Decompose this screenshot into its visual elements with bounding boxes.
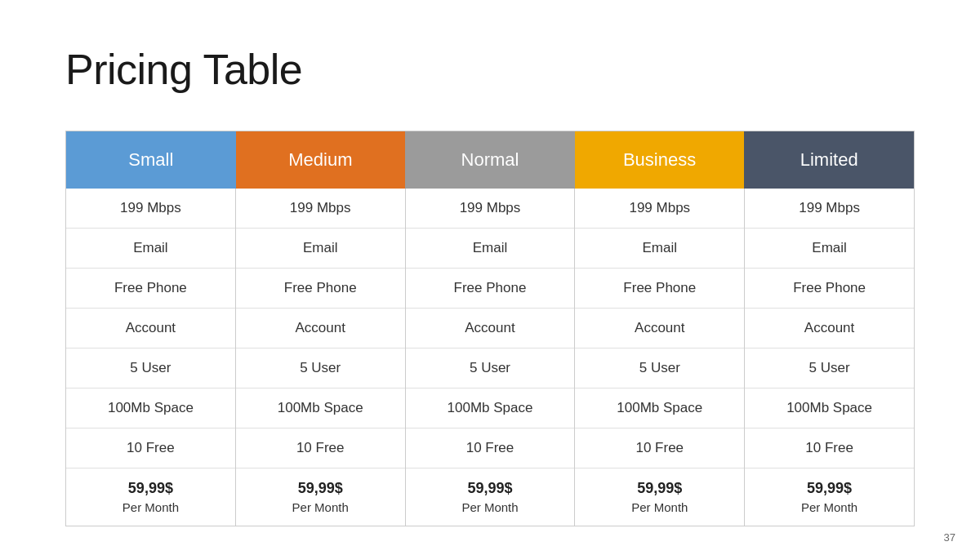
page-title: Pricing Table bbox=[65, 45, 302, 94]
table-cell: 5 User bbox=[406, 349, 575, 388]
table-cell: 199 Mbps bbox=[575, 189, 744, 229]
header-business: Business bbox=[575, 131, 745, 189]
column-business: 199 MbpsEmailFree PhoneAccount5 User100M… bbox=[575, 189, 745, 526]
table-cell: 100Mb Space bbox=[745, 388, 914, 428]
table-cell: Free Phone bbox=[66, 269, 235, 309]
price-value: 59,99$ bbox=[244, 480, 397, 499]
table-cell: Email bbox=[236, 229, 405, 269]
table-cell: 10 Free bbox=[236, 428, 405, 468]
per-month-label: Per Month bbox=[414, 499, 567, 514]
table-cell: 10 Free bbox=[575, 428, 744, 468]
column-limited: 199 MbpsEmailFree PhoneAccount5 User100M… bbox=[745, 189, 914, 526]
table-cell: Account bbox=[66, 309, 235, 349]
table-cell: Email bbox=[745, 229, 914, 269]
table-header: SmallMediumNormalBusinessLimited bbox=[66, 131, 914, 189]
table-cell: Account bbox=[575, 309, 744, 349]
price-wrapper-business: 59,99$Per Month bbox=[575, 468, 744, 526]
table-cell: Account bbox=[236, 309, 405, 349]
table-cell: 100Mb Space bbox=[575, 388, 744, 428]
table-cell: 5 User bbox=[745, 349, 914, 388]
per-month-label: Per Month bbox=[244, 499, 397, 514]
table-cell: Free Phone bbox=[575, 269, 744, 309]
table-cell: 10 Free bbox=[406, 428, 575, 468]
price-value: 59,99$ bbox=[74, 480, 227, 499]
table-cell: Account bbox=[745, 309, 914, 349]
table-cell: 5 User bbox=[66, 349, 235, 388]
column-normal: 199 MbpsEmailFree PhoneAccount5 User100M… bbox=[406, 189, 576, 526]
table-cell: Free Phone bbox=[745, 269, 914, 309]
column-medium: 199 MbpsEmailFree PhoneAccount5 User100M… bbox=[236, 189, 406, 526]
table-cell: 100Mb Space bbox=[66, 388, 235, 428]
table-cell: 10 Free bbox=[745, 428, 914, 468]
price-value: 59,99$ bbox=[753, 480, 906, 499]
table-body: 199 MbpsEmailFree PhoneAccount5 User100M… bbox=[66, 189, 914, 526]
table-cell: Email bbox=[406, 229, 575, 269]
pricing-table: SmallMediumNormalBusinessLimited 199 Mbp… bbox=[65, 131, 915, 526]
price-value: 59,99$ bbox=[583, 480, 736, 499]
table-cell: 10 Free bbox=[66, 428, 235, 468]
header-limited: Limited bbox=[744, 131, 914, 189]
price-wrapper-normal: 59,99$Per Month bbox=[406, 468, 575, 526]
price-wrapper-medium: 59,99$Per Month bbox=[236, 468, 405, 526]
header-medium: Medium bbox=[236, 131, 406, 189]
price-wrapper-small: 59,99$Per Month bbox=[66, 468, 235, 526]
header-normal: Normal bbox=[405, 131, 575, 189]
per-month-label: Per Month bbox=[753, 499, 906, 514]
per-month-label: Per Month bbox=[583, 499, 736, 514]
table-cell: Email bbox=[66, 229, 235, 269]
table-cell: Free Phone bbox=[236, 269, 405, 309]
table-cell: 199 Mbps bbox=[66, 189, 235, 229]
table-cell: 100Mb Space bbox=[236, 388, 405, 428]
table-cell: 5 User bbox=[236, 349, 405, 388]
table-cell: Account bbox=[406, 309, 575, 349]
header-small: Small bbox=[66, 131, 236, 189]
page-number: 37 bbox=[944, 531, 956, 544]
column-small: 199 MbpsEmailFree PhoneAccount5 User100M… bbox=[66, 189, 236, 526]
table-cell: Free Phone bbox=[406, 269, 575, 309]
per-month-label: Per Month bbox=[74, 499, 227, 514]
table-cell: 5 User bbox=[575, 349, 744, 388]
price-value: 59,99$ bbox=[414, 480, 567, 499]
table-cell: Email bbox=[575, 229, 744, 269]
table-cell: 199 Mbps bbox=[236, 189, 405, 229]
table-cell: 199 Mbps bbox=[406, 189, 575, 229]
table-cell: 100Mb Space bbox=[406, 388, 575, 428]
table-cell: 199 Mbps bbox=[745, 189, 914, 229]
price-wrapper-limited: 59,99$Per Month bbox=[745, 468, 914, 526]
